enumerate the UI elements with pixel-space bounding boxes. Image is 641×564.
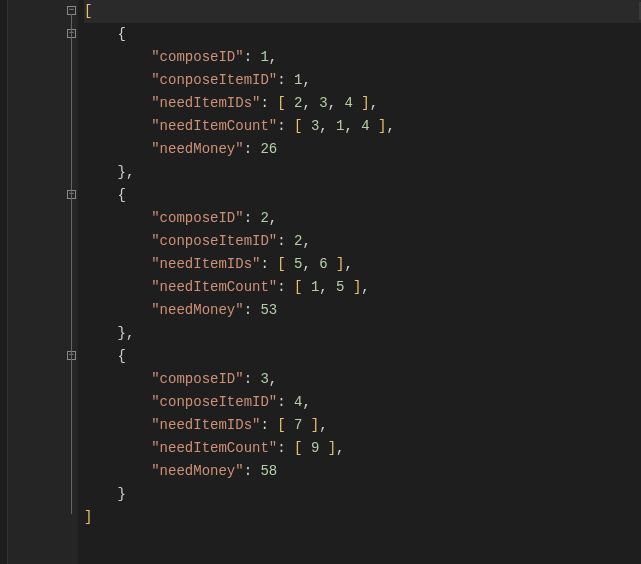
code-line: "needItemIDs": [ 7 ], bbox=[84, 414, 641, 437]
code-line: "needMoney": 58 bbox=[84, 460, 641, 483]
code-line: { bbox=[84, 184, 641, 207]
code-line: "composeID": 1, bbox=[84, 46, 641, 69]
code-line: [ bbox=[84, 0, 641, 23]
code-line: "needMoney": 26 bbox=[84, 138, 641, 161]
code-line: "needItemCount": [ 3, 1, 4 ], bbox=[84, 115, 641, 138]
editor-gutter: − − − − bbox=[8, 0, 78, 564]
code-line: }, bbox=[84, 161, 641, 184]
code-editor[interactable]: [ { "composeID": 1, "conposeItemID": 1, … bbox=[78, 0, 641, 564]
code-line: "composeID": 3, bbox=[84, 368, 641, 391]
code-line: "needMoney": 53 bbox=[84, 299, 641, 322]
code-line: }, bbox=[84, 322, 641, 345]
code-line: "needItemIDs": [ 5, 6 ], bbox=[84, 253, 641, 276]
code-line: "conposeItemID": 2, bbox=[84, 230, 641, 253]
code-line: "composeID": 2, bbox=[84, 207, 641, 230]
code-line: "needItemCount": [ 9 ], bbox=[84, 437, 641, 460]
code-line: { bbox=[84, 345, 641, 368]
code-line: "needItemIDs": [ 2, 3, 4 ], bbox=[84, 92, 641, 115]
code-line: } bbox=[84, 483, 641, 506]
editor-left-margin bbox=[0, 0, 8, 564]
code-line: ] bbox=[84, 506, 641, 529]
code-line: "conposeItemID": 1, bbox=[84, 69, 641, 92]
code-line: "needItemCount": [ 1, 5 ], bbox=[84, 276, 641, 299]
code-line: { bbox=[84, 23, 641, 46]
code-line: "conposeItemID": 4, bbox=[84, 391, 641, 414]
fold-guide-line bbox=[71, 14, 72, 514]
